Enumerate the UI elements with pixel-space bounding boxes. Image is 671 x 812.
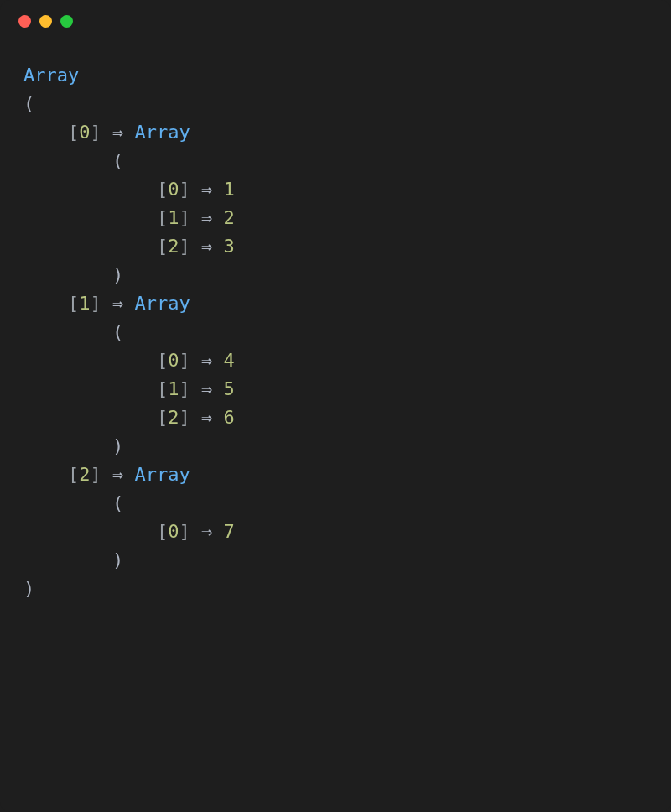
code-line: [1] ⇒ 2 bbox=[23, 204, 648, 232]
code-line: [2] ⇒ 3 bbox=[23, 232, 648, 261]
code-line: [1] ⇒ Array bbox=[23, 289, 648, 318]
code-line: ( bbox=[23, 489, 648, 518]
code-line: [0] ⇒ 7 bbox=[23, 518, 648, 546]
code-line: ) bbox=[23, 546, 648, 575]
code-line: ( bbox=[23, 318, 648, 346]
code-window: Array( [0] ⇒ Array ( [0] ⇒ 1 [1] ⇒ 2 [2]… bbox=[0, 0, 671, 812]
code-line: ( bbox=[23, 147, 648, 175]
code-line: ) bbox=[23, 432, 648, 461]
code-content: Array( [0] ⇒ Array ( [0] ⇒ 1 [1] ⇒ 2 [2]… bbox=[0, 36, 671, 620]
close-icon[interactable] bbox=[18, 15, 31, 28]
code-line: [0] ⇒ Array bbox=[23, 118, 648, 147]
code-line: [0] ⇒ 1 bbox=[23, 175, 648, 204]
code-line: ( bbox=[23, 90, 648, 118]
minimize-icon[interactable] bbox=[39, 15, 52, 28]
maximize-icon[interactable] bbox=[60, 15, 73, 28]
code-line: [2] ⇒ Array bbox=[23, 461, 648, 489]
code-line: ) bbox=[23, 575, 648, 603]
code-line: [0] ⇒ 4 bbox=[23, 346, 648, 375]
code-line: ) bbox=[23, 261, 648, 289]
code-line: [2] ⇒ 6 bbox=[23, 403, 648, 432]
code-line: [1] ⇒ 5 bbox=[23, 375, 648, 403]
code-line: Array bbox=[23, 61, 648, 90]
titlebar bbox=[0, 0, 671, 36]
